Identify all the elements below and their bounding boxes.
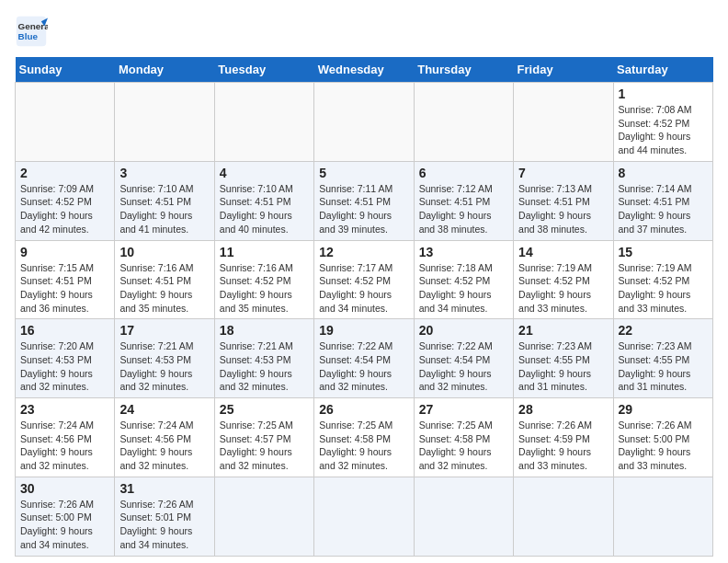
calendar-cell: 28Sunrise: 7:26 AMSunset: 4:59 PMDayligh… — [514, 398, 613, 477]
day-info: Sunrise: 7:16 AMSunset: 4:52 PMDaylight:… — [220, 261, 309, 316]
calendar-cell — [115, 83, 214, 162]
day-info: Sunrise: 7:18 AMSunset: 4:52 PMDaylight:… — [419, 261, 508, 316]
day-info: Sunrise: 7:23 AMSunset: 4:55 PMDaylight:… — [518, 339, 608, 394]
weekday-header-friday: Friday — [514, 57, 613, 83]
day-info: Sunrise: 7:21 AMSunset: 4:53 PMDaylight:… — [119, 339, 209, 394]
day-info: Sunrise: 7:17 AMSunset: 4:52 PMDaylight:… — [319, 261, 408, 316]
calendar-cell: 13Sunrise: 7:18 AMSunset: 4:52 PMDayligh… — [414, 240, 513, 319]
calendar-row: 2Sunrise: 7:09 AMSunset: 4:52 PMDaylight… — [16, 161, 713, 240]
calendar-cell: 14Sunrise: 7:19 AMSunset: 4:52 PMDayligh… — [514, 240, 613, 319]
calendar-cell — [214, 477, 313, 556]
day-number: 8 — [619, 166, 708, 180]
day-number: 31 — [119, 481, 209, 496]
weekday-header-sunday: Sunday — [16, 57, 115, 83]
day-number: 24 — [119, 402, 209, 417]
calendar-row: 9Sunrise: 7:15 AMSunset: 4:51 PMDaylight… — [16, 240, 713, 319]
day-info: Sunrise: 7:08 AMSunset: 4:52 PMDaylight:… — [619, 103, 708, 157]
calendar-cell: 1Sunrise: 7:08 AMSunset: 4:52 PMDaylight… — [613, 83, 712, 162]
logo-icon: General Blue — [15, 15, 48, 48]
calendar-cell: 29Sunrise: 7:26 AMSunset: 5:00 PMDayligh… — [613, 398, 712, 477]
day-info: Sunrise: 7:13 AMSunset: 4:51 PMDaylight:… — [518, 182, 608, 236]
calendar-cell: 20Sunrise: 7:22 AMSunset: 4:54 PMDayligh… — [414, 319, 513, 398]
calendar-cell — [414, 83, 513, 162]
calendar-cell: 6Sunrise: 7:12 AMSunset: 4:51 PMDaylight… — [414, 161, 513, 240]
weekday-header-tuesday: Tuesday — [214, 57, 313, 83]
day-number: 16 — [20, 323, 109, 338]
day-info: Sunrise: 7:10 AMSunset: 4:51 PMDaylight:… — [220, 182, 309, 236]
day-number: 18 — [220, 323, 309, 338]
day-number: 28 — [518, 402, 608, 417]
day-info: Sunrise: 7:26 AMSunset: 4:59 PMDaylight:… — [518, 419, 608, 473]
day-number: 12 — [319, 245, 408, 259]
day-info: Sunrise: 7:20 AMSunset: 4:53 PMDaylight:… — [20, 339, 109, 394]
day-info: Sunrise: 7:25 AMSunset: 4:57 PMDaylight:… — [220, 419, 309, 473]
calendar-cell: 23Sunrise: 7:24 AMSunset: 4:56 PMDayligh… — [16, 398, 115, 477]
day-number: 3 — [119, 166, 209, 180]
day-info: Sunrise: 7:26 AMSunset: 5:00 PMDaylight:… — [20, 498, 109, 552]
calendar-cell: 3Sunrise: 7:10 AMSunset: 4:51 PMDaylight… — [115, 161, 214, 240]
day-number: 10 — [119, 245, 209, 259]
calendar-cell: 31Sunrise: 7:26 AMSunset: 5:01 PMDayligh… — [115, 477, 214, 556]
day-number: 1 — [619, 86, 708, 101]
calendar-cell: 11Sunrise: 7:16 AMSunset: 4:52 PMDayligh… — [214, 240, 313, 319]
day-info: Sunrise: 7:19 AMSunset: 4:52 PMDaylight:… — [619, 261, 708, 316]
calendar-cell: 12Sunrise: 7:17 AMSunset: 4:52 PMDayligh… — [314, 240, 414, 319]
weekday-header-saturday: Saturday — [613, 57, 712, 83]
calendar-cell — [214, 83, 313, 162]
day-info: Sunrise: 7:15 AMSunset: 4:51 PMDaylight:… — [20, 261, 109, 316]
day-info: Sunrise: 7:26 AMSunset: 5:00 PMDaylight:… — [619, 419, 708, 473]
calendar-cell — [514, 477, 613, 556]
day-number: 21 — [518, 323, 608, 338]
day-number: 20 — [419, 323, 508, 338]
calendar-cell: 16Sunrise: 7:20 AMSunset: 4:53 PMDayligh… — [16, 319, 115, 398]
calendar-cell: 19Sunrise: 7:22 AMSunset: 4:54 PMDayligh… — [314, 319, 414, 398]
day-number: 5 — [319, 166, 408, 180]
day-number: 6 — [419, 166, 508, 180]
day-number: 9 — [20, 245, 109, 259]
calendar-row: 1Sunrise: 7:08 AMSunset: 4:52 PMDaylight… — [16, 83, 713, 162]
calendar-cell: 22Sunrise: 7:23 AMSunset: 4:55 PMDayligh… — [613, 319, 712, 398]
day-info: Sunrise: 7:11 AMSunset: 4:51 PMDaylight:… — [319, 182, 408, 236]
day-number: 2 — [20, 166, 109, 180]
calendar-table: SundayMondayTuesdayWednesdayThursdayFrid… — [15, 57, 713, 557]
day-info: Sunrise: 7:23 AMSunset: 4:55 PMDaylight:… — [619, 339, 708, 394]
calendar-cell: 5Sunrise: 7:11 AMSunset: 4:51 PMDaylight… — [314, 161, 414, 240]
calendar-cell: 27Sunrise: 7:25 AMSunset: 4:58 PMDayligh… — [414, 398, 513, 477]
svg-text:Blue: Blue — [18, 31, 39, 41]
day-info: Sunrise: 7:19 AMSunset: 4:52 PMDaylight:… — [518, 261, 608, 316]
day-info: Sunrise: 7:25 AMSunset: 4:58 PMDaylight:… — [319, 419, 408, 473]
calendar-cell: 26Sunrise: 7:25 AMSunset: 4:58 PMDayligh… — [314, 398, 414, 477]
weekday-header-thursday: Thursday — [414, 57, 513, 83]
day-number: 7 — [518, 166, 608, 180]
calendar-cell — [314, 477, 414, 556]
day-info: Sunrise: 7:21 AMSunset: 4:53 PMDaylight:… — [220, 339, 309, 394]
day-number: 23 — [20, 402, 109, 417]
day-number: 17 — [119, 323, 209, 338]
day-info: Sunrise: 7:24 AMSunset: 4:56 PMDaylight:… — [20, 419, 109, 473]
day-number: 25 — [220, 402, 309, 417]
calendar-cell: 4Sunrise: 7:10 AMSunset: 4:51 PMDaylight… — [214, 161, 313, 240]
day-info: Sunrise: 7:12 AMSunset: 4:51 PMDaylight:… — [419, 182, 508, 236]
calendar-cell: 15Sunrise: 7:19 AMSunset: 4:52 PMDayligh… — [613, 240, 712, 319]
calendar-cell — [16, 83, 115, 162]
logo: General Blue — [15, 15, 48, 48]
day-info: Sunrise: 7:26 AMSunset: 5:01 PMDaylight:… — [119, 498, 209, 552]
day-number: 27 — [419, 402, 508, 417]
calendar-cell: 9Sunrise: 7:15 AMSunset: 4:51 PMDaylight… — [16, 240, 115, 319]
day-info: Sunrise: 7:14 AMSunset: 4:51 PMDaylight:… — [619, 182, 708, 236]
day-info: Sunrise: 7:22 AMSunset: 4:54 PMDaylight:… — [319, 339, 408, 394]
day-number: 30 — [20, 481, 109, 496]
calendar-cell: 2Sunrise: 7:09 AMSunset: 4:52 PMDaylight… — [16, 161, 115, 240]
day-info: Sunrise: 7:16 AMSunset: 4:51 PMDaylight:… — [119, 261, 209, 316]
calendar-cell: 30Sunrise: 7:26 AMSunset: 5:00 PMDayligh… — [16, 477, 115, 556]
day-number: 11 — [220, 245, 309, 259]
calendar-row: 23Sunrise: 7:24 AMSunset: 4:56 PMDayligh… — [16, 398, 713, 477]
calendar-cell: 18Sunrise: 7:21 AMSunset: 4:53 PMDayligh… — [214, 319, 313, 398]
page-header: General Blue — [15, 15, 713, 48]
day-number: 19 — [319, 323, 408, 338]
weekday-header-monday: Monday — [115, 57, 214, 83]
day-number: 22 — [619, 323, 708, 338]
day-info: Sunrise: 7:10 AMSunset: 4:51 PMDaylight:… — [119, 182, 209, 236]
day-number: 29 — [619, 402, 708, 417]
day-info: Sunrise: 7:09 AMSunset: 4:52 PMDaylight:… — [20, 182, 109, 236]
